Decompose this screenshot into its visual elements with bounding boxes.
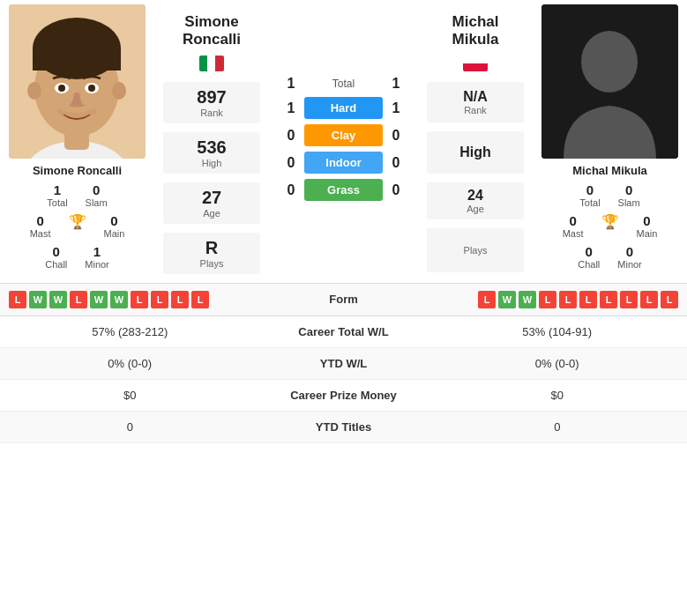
player2-form-badge: L <box>620 291 638 308</box>
player2-rank-block: N/A Rank <box>427 82 524 122</box>
clay-button[interactable]: Clay <box>304 124 383 146</box>
total-row: 1 Total 1 <box>278 76 409 92</box>
player2-stats-row2: 0 Mast 🏆 0 Main <box>537 213 683 239</box>
stats-row: 0 YTD Titles 0 <box>0 412 687 443</box>
grass-row: 0 Grass 0 <box>278 179 409 201</box>
stat-p1-value: 57% (283-212) <box>4 325 256 338</box>
player2-name-header: Michal Mikula <box>452 13 499 78</box>
player1-form-badge: W <box>49 291 67 308</box>
player2-form-badges: LWWLLLLLLL <box>397 291 679 308</box>
hard-row: 1 Hard 1 <box>278 97 409 119</box>
player1-form-badge: L <box>191 291 209 308</box>
form-section: LWWLWWLLLL Form LWWLLLLLLL <box>0 283 687 316</box>
player-comparison: Simone Roncalli 1 Total 0 Slam 0 Mast <box>0 0 687 283</box>
indoor-button[interactable]: Indoor <box>304 152 383 174</box>
svg-point-6 <box>27 82 41 100</box>
surfaces-panel: 1 Total 1 1 Hard 1 0 Clay 0 0 Indoor 0 <box>269 0 418 283</box>
player2-stats-row1: 0 Total 0 Slam <box>537 182 683 208</box>
player1-main: 0 Main <box>104 213 125 239</box>
p1-grass-score: 0 <box>278 182 304 198</box>
stat-p1-value: 0 <box>4 420 256 434</box>
player1-form-badge: W <box>90 291 108 308</box>
player1-stats-row2: 0 Mast 🏆 0 Main <box>4 213 150 239</box>
player1-form-badge: L <box>171 291 189 308</box>
hard-button[interactable]: Hard <box>304 97 383 119</box>
player1-high-block: 536 High <box>163 132 260 174</box>
player2-form-badge: L <box>579 291 597 308</box>
player2-card: Michal Mikula 0 Total 0 Slam 0 Mast <box>533 0 687 283</box>
stat-label: YTD Titles <box>256 420 432 434</box>
player1-form-badge: L <box>70 291 87 308</box>
player1-card: Simone Roncalli 1 Total 0 Slam 0 Mast <box>0 0 154 283</box>
player2-total: 0 Total <box>579 182 600 208</box>
grass-button[interactable]: Grass <box>304 179 383 201</box>
svg-point-13 <box>581 31 638 93</box>
indoor-row: 0 Indoor 0 <box>278 152 409 174</box>
stat-label: YTD W/L <box>256 357 432 370</box>
player1-center-info: Simone Roncalli 897 Rank 536 High 27 Age… <box>154 0 269 283</box>
stat-p2-value: 53% (104-91) <box>432 325 683 338</box>
player2-form-badge: L <box>478 291 496 308</box>
player1-trophy-icon: 🏆 <box>69 213 86 239</box>
stat-p2-value: $0 <box>432 389 683 402</box>
total-label: Total <box>304 78 383 90</box>
player1-form-badge: L <box>151 291 168 308</box>
player1-form-badge: L <box>131 291 148 308</box>
stat-p1-value: $0 <box>4 389 256 402</box>
stat-label: Career Total W/L <box>256 325 432 338</box>
player1-total: 1 Total <box>47 182 67 208</box>
player2-chall: 0 Chall <box>578 244 600 270</box>
svg-point-7 <box>112 82 126 100</box>
player2-form-badge: L <box>539 291 556 308</box>
player2-stats-row3: 0 Chall 0 Minor <box>537 244 683 270</box>
svg-rect-5 <box>33 48 121 71</box>
player2-slam: 0 Slam <box>618 182 640 208</box>
clay-row: 0 Clay 0 <box>278 124 409 146</box>
player1-flag <box>199 56 224 71</box>
player2-center-info: Michal Mikula N/A Rank High 24 Age Plays <box>418 0 533 283</box>
player2-minor: 0 Minor <box>617 244 642 270</box>
player2-form-badge: L <box>559 291 577 308</box>
player2-form-badge: W <box>498 291 516 308</box>
player1-stats-row3: 0 Chall 1 Minor <box>4 244 150 270</box>
player2-form-badge: L <box>600 291 617 308</box>
stats-row: 0% (0-0) YTD W/L 0% (0-0) <box>0 348 687 380</box>
player2-photo <box>541 4 678 159</box>
p2-grass-score: 0 <box>383 182 409 198</box>
p2-total-score: 1 <box>383 76 409 92</box>
p1-indoor-score: 0 <box>278 155 304 171</box>
player2-flag <box>463 56 488 71</box>
player2-name: Michal Mikula <box>537 164 683 177</box>
svg-point-11 <box>88 85 95 92</box>
stat-p2-value: 0% (0-0) <box>432 357 683 370</box>
player1-slam: 0 Slam <box>86 182 108 208</box>
player1-age-block: 27 Age <box>163 182 260 224</box>
player2-plays-block: Plays <box>427 228 524 272</box>
player1-photo <box>9 4 146 159</box>
p1-hard-score: 1 <box>278 100 304 116</box>
player2-main: 0 Main <box>637 213 658 239</box>
player2-age-block: 24 Age <box>427 182 524 219</box>
player1-name-header: Simone Roncalli <box>183 13 241 78</box>
player1-form-badges: LWWLWWLLLL <box>9 291 291 308</box>
player2-form-badge: W <box>519 291 536 308</box>
stats-row: 57% (283-212) Career Total W/L 53% (104-… <box>0 316 687 348</box>
player1-stats-row1: 1 Total 0 Slam <box>4 182 150 208</box>
player1-name: Simone Roncalli <box>4 164 150 177</box>
player1-rank-block: 897 Rank <box>163 82 260 123</box>
p2-hard-score: 1 <box>383 100 409 116</box>
player2-trophy-icon: 🏆 <box>601 213 619 239</box>
p1-clay-score: 0 <box>278 128 304 144</box>
p2-clay-score: 0 <box>383 128 409 144</box>
form-label: Form <box>291 293 397 306</box>
player1-form-badge: W <box>110 291 128 308</box>
stats-table: 57% (283-212) Career Total W/L 53% (104-… <box>0 316 687 443</box>
player2-form-badge: L <box>661 291 678 308</box>
stat-label: Career Prize Money <box>256 389 432 402</box>
player2-form-badge: L <box>640 291 658 308</box>
player2-mast: 0 Mast <box>563 213 584 239</box>
stats-row: $0 Career Prize Money $0 <box>0 380 687 412</box>
stat-p2-value: 0 <box>432 420 683 434</box>
stat-p1-value: 0% (0-0) <box>4 357 256 370</box>
player1-mast: 0 Mast <box>30 213 51 239</box>
